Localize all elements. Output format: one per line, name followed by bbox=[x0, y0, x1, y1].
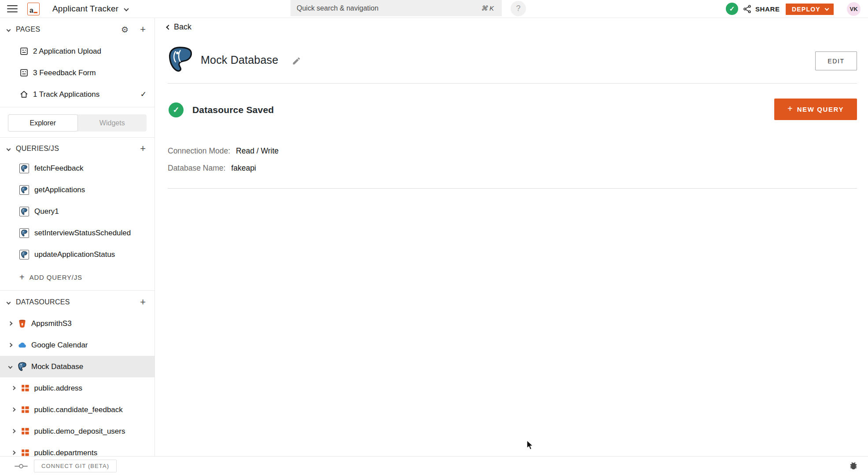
table-label: public.candidate_feedback bbox=[34, 406, 123, 414]
chevron-right-icon[interactable] bbox=[11, 451, 15, 455]
divider bbox=[0, 107, 154, 107]
datasources-section-header[interactable]: DATASOURCES + bbox=[0, 293, 154, 311]
chevron-down-icon[interactable] bbox=[7, 146, 11, 151]
pages-section-header[interactable]: PAGES ⚙ + bbox=[0, 21, 154, 38]
queries-section-header[interactable]: QUERIES/JS + bbox=[0, 140, 154, 157]
table-item-public-departments[interactable]: public.departments bbox=[0, 442, 154, 456]
datasource-status: ✓ Datasource Saved bbox=[169, 102, 274, 117]
table-icon bbox=[21, 405, 30, 414]
query-item-getapplications[interactable]: getApplications bbox=[0, 179, 154, 201]
page-icon bbox=[19, 68, 29, 77]
page-label: 2 Application Upload bbox=[33, 47, 101, 56]
back-button[interactable]: Back bbox=[167, 22, 191, 32]
postgres-query-icon bbox=[19, 164, 29, 173]
chevron-right-icon[interactable] bbox=[11, 408, 15, 412]
deploy-chevron-down-icon[interactable] bbox=[824, 7, 829, 11]
connection-mode-field: Connection Mode: Read / Write bbox=[168, 146, 279, 156]
bottom-bar: CONNECT GIT (BETA) bbox=[0, 456, 868, 475]
pages-section-label: PAGES bbox=[16, 26, 121, 33]
chevron-down-icon[interactable] bbox=[7, 300, 11, 304]
sidebar-tabs: Explorer Widgets bbox=[8, 114, 147, 132]
share-label: SHARE bbox=[755, 5, 780, 13]
user-avatar[interactable]: VK bbox=[847, 2, 861, 16]
divider bbox=[0, 290, 154, 291]
postgres-icon bbox=[18, 362, 27, 371]
deploy-label: DEPLOY bbox=[792, 6, 820, 13]
add-page-button[interactable]: + bbox=[140, 25, 146, 34]
divider bbox=[168, 188, 857, 189]
gear-icon[interactable]: ⚙ bbox=[121, 26, 129, 34]
app-logo-letter: a bbox=[29, 8, 33, 13]
chevron-right-icon[interactable] bbox=[11, 386, 15, 390]
datasource-item-google-calendar[interactable]: Google Calendar bbox=[0, 334, 154, 356]
active-page-check-icon: ✓ bbox=[140, 90, 147, 99]
query-item-setinterviewstatusscheduled[interactable]: setInterviewStatusScheduled bbox=[0, 222, 154, 244]
new-query-label: NEW QUERY bbox=[797, 106, 844, 113]
add-datasource-button[interactable]: + bbox=[140, 297, 146, 307]
connect-git-button[interactable]: CONNECT GIT (BETA) bbox=[34, 460, 117, 472]
postgres-query-icon bbox=[19, 185, 29, 195]
query-item-query1[interactable]: Query1 bbox=[0, 201, 154, 222]
search-shortcut: ⌘ K bbox=[481, 4, 494, 12]
datasource-label: AppsmithS3 bbox=[31, 319, 72, 328]
quick-search-input[interactable]: Quick search & navigation ⌘ K bbox=[291, 0, 502, 16]
datasources-list: AppsmithS3 Google Calendar Mock Database… bbox=[0, 313, 154, 456]
back-chevron-icon bbox=[166, 25, 171, 29]
queries-section-label: QUERIES/JS bbox=[16, 145, 140, 153]
table-item-public-demo-deposit-users[interactable]: public.demo_deposit_users bbox=[0, 420, 154, 442]
status-text: Datasource Saved bbox=[192, 105, 274, 115]
app-logo[interactable]: a bbox=[27, 3, 40, 15]
datasources-section-label: DATASOURCES bbox=[16, 298, 140, 306]
new-query-button[interactable]: + NEW QUERY bbox=[774, 99, 857, 120]
postgres-logo bbox=[167, 46, 194, 73]
page-item-track-applications[interactable]: 1 Track Applications ✓ bbox=[0, 84, 154, 105]
datasource-label: Mock Database bbox=[31, 362, 83, 371]
query-item-updateapplicationstatus[interactable]: updateApplicationStatus bbox=[0, 244, 154, 265]
query-label: setInterviewStatusScheduled bbox=[34, 229, 131, 238]
add-query-plus-button[interactable]: + bbox=[140, 144, 146, 153]
chevron-right-icon[interactable] bbox=[11, 429, 15, 433]
saved-status-icon: ✓ bbox=[726, 3, 738, 15]
page-item-application-upload[interactable]: 2 Application Upload bbox=[0, 40, 154, 62]
queries-list: fetchFeedback getApplications Query1 set… bbox=[0, 157, 154, 265]
page-icon bbox=[19, 47, 29, 56]
table-icon bbox=[21, 384, 30, 393]
deploy-button[interactable]: DEPLOY bbox=[786, 4, 834, 15]
edit-button[interactable]: EDIT bbox=[815, 51, 857, 70]
success-check-icon: ✓ bbox=[169, 102, 184, 117]
explorer-sidebar: PAGES ⚙ + 2 Application Upload 3 Feeedba… bbox=[0, 18, 155, 456]
chevron-right-icon[interactable] bbox=[8, 322, 13, 326]
back-label: Back bbox=[174, 22, 191, 32]
share-button[interactable]: SHARE bbox=[743, 0, 780, 18]
bug-report-icon[interactable] bbox=[849, 461, 858, 471]
query-label: fetchFeedback bbox=[34, 164, 84, 173]
table-icon bbox=[21, 448, 30, 456]
chevron-down-icon[interactable] bbox=[7, 27, 11, 32]
share-icon bbox=[743, 4, 752, 14]
home-icon bbox=[19, 90, 29, 99]
database-name-field: Database Name: fakeapi bbox=[168, 163, 256, 173]
datasource-item-appsmiths3[interactable]: AppsmithS3 bbox=[0, 313, 154, 334]
app-title[interactable]: Applicant Tracker bbox=[52, 4, 118, 14]
chevron-down-icon[interactable] bbox=[8, 365, 13, 369]
app-logo-underscore bbox=[34, 12, 37, 13]
top-bar: a Applicant Tracker Quick search & navig… bbox=[0, 0, 868, 18]
help-button[interactable]: ? bbox=[511, 1, 526, 16]
table-item-public-address[interactable]: public.address bbox=[0, 377, 154, 399]
tab-explorer[interactable]: Explorer bbox=[8, 114, 78, 132]
datasource-item-mock-database[interactable]: Mock Database bbox=[0, 356, 154, 377]
postgres-query-icon bbox=[19, 228, 29, 238]
chevron-down-icon[interactable] bbox=[124, 6, 129, 11]
table-label: public.address bbox=[34, 384, 83, 393]
table-item-public-candidate-feedback[interactable]: public.candidate_feedback bbox=[0, 399, 154, 420]
page-item-feedback-form[interactable]: 3 Feeedback Form bbox=[0, 62, 154, 84]
edit-name-pencil-icon[interactable] bbox=[292, 56, 301, 66]
datasource-detail-panel: Back Mock Database EDIT ✓ Datasource Sav… bbox=[155, 18, 868, 456]
query-item-fetchfeedback[interactable]: fetchFeedback bbox=[0, 157, 154, 179]
add-query-js-button[interactable]: + ADD QUERY/JS bbox=[0, 267, 154, 288]
datasource-label: Google Calendar bbox=[31, 341, 88, 350]
query-label: getApplications bbox=[34, 186, 85, 194]
chevron-right-icon[interactable] bbox=[8, 343, 13, 347]
hamburger-menu-icon[interactable] bbox=[7, 5, 18, 12]
tab-widgets[interactable]: Widgets bbox=[78, 114, 147, 132]
